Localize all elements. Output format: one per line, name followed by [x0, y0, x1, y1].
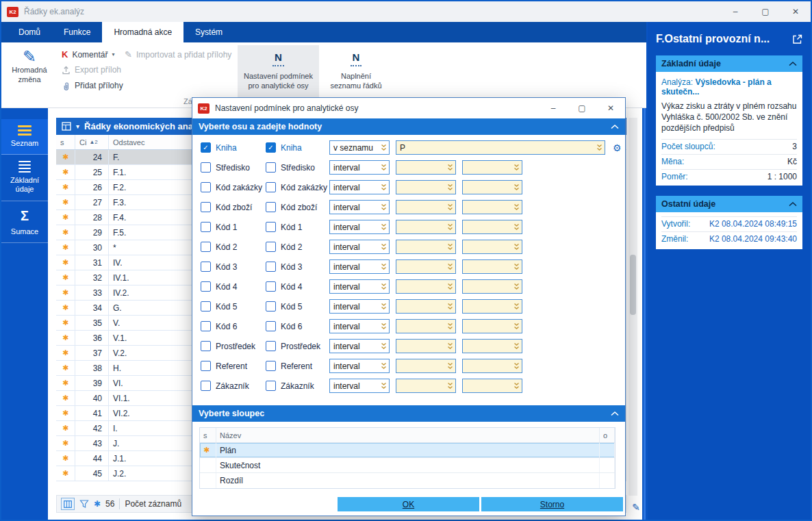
value-field-to[interactable]: [462, 319, 522, 333]
dropdown-arrows-icon[interactable]: [513, 164, 520, 172]
dropdown-arrows-icon[interactable]: [381, 144, 387, 152]
axis-checkbox[interactable]: [201, 301, 211, 312]
operator-combo[interactable]: interval: [329, 200, 390, 214]
column-row[interactable]: Skutečnost: [200, 458, 615, 473]
operator-combo[interactable]: interval: [329, 339, 390, 353]
dropdown-arrows-icon[interactable]: [513, 382, 520, 390]
dropdown-arrows-icon[interactable]: [513, 263, 520, 271]
value-field-to[interactable]: [462, 200, 522, 214]
value-field-from[interactable]: [396, 240, 456, 254]
column-row[interactable]: Rozdíl: [200, 473, 615, 488]
dropdown-arrows-icon[interactable]: [447, 283, 453, 291]
value-field-to[interactable]: [462, 299, 522, 314]
dropdown-arrows-icon[interactable]: [447, 322, 453, 331]
section-header[interactable]: Ostatní údaje: [656, 196, 802, 212]
operator-combo[interactable]: interval: [329, 279, 390, 294]
dialog-close-button[interactable]: ✕: [596, 98, 625, 118]
column-header-ci[interactable]: Ci▲2: [75, 135, 109, 149]
dropdown-arrows-icon[interactable]: [381, 203, 387, 212]
tab-domu[interactable]: Domů: [7, 22, 52, 42]
open-external-icon[interactable]: [792, 34, 802, 45]
operator-combo[interactable]: v seznamu: [329, 140, 390, 155]
dropdown-arrows-icon[interactable]: [381, 303, 387, 311]
dropdown-arrows-icon[interactable]: [381, 362, 387, 370]
dropdown-arrows-icon[interactable]: [381, 183, 387, 192]
axis-checkbox[interactable]: [266, 321, 276, 331]
set-conditions-button[interactable]: N Nastavení podmínek pro analytické osy: [238, 45, 319, 103]
operator-combo[interactable]: interval: [329, 359, 390, 373]
dropdown-arrows-icon[interactable]: [513, 303, 520, 311]
operator-combo[interactable]: interval: [329, 180, 390, 194]
value-field-to[interactable]: [462, 240, 522, 254]
sidebar-item-sumace[interactable]: Σ Sumace: [1, 201, 48, 243]
columns-setup-icon[interactable]: [61, 498, 75, 510]
sidebar-item-zakladni-udaje[interactable]: Základní údaje: [1, 155, 48, 201]
snowflake-icon[interactable]: ✱: [94, 499, 101, 509]
section-header[interactable]: Základní údaje: [656, 55, 802, 72]
panel-splitter[interactable]: [644, 108, 646, 520]
axis-checkbox[interactable]: [266, 381, 276, 391]
axis-checkbox[interactable]: [201, 222, 211, 232]
axis-checkbox[interactable]: [201, 242, 211, 252]
dropdown-arrows-icon[interactable]: [381, 382, 387, 390]
dropdown-arrows-icon[interactable]: [381, 283, 387, 291]
close-button[interactable]: ✕: [781, 1, 811, 22]
dropdown-arrows-icon[interactable]: [381, 243, 387, 251]
column-section-header[interactable]: Vyberte sloupec: [192, 405, 625, 422]
cancel-button[interactable]: Storno: [481, 497, 623, 511]
dropdown-arrows-icon[interactable]: [447, 263, 453, 271]
value-field-from[interactable]: [396, 299, 456, 314]
value-field-from[interactable]: [396, 379, 456, 393]
ok-button[interactable]: OK: [338, 497, 479, 511]
dialog-maximize-button[interactable]: ▢: [568, 98, 596, 118]
dropdown-arrows-icon[interactable]: [381, 223, 387, 231]
chevron-up-icon[interactable]: [789, 61, 797, 66]
dropdown-arrows-icon[interactable]: [447, 303, 453, 311]
dropdown-arrows-icon[interactable]: [513, 203, 520, 212]
value-field-from[interactable]: [396, 160, 456, 175]
filter-icon[interactable]: [79, 499, 89, 509]
axis-checkbox[interactable]: [201, 262, 211, 272]
edit-pencil-icon[interactable]: ✎: [632, 502, 640, 513]
import-add-attachments-button[interactable]: ✎ Importovat a přidat přílohy: [125, 49, 231, 60]
dropdown-arrows-icon[interactable]: [447, 362, 453, 370]
sidebar-item-seznam[interactable]: Seznam: [1, 119, 48, 155]
add-attachments-button[interactable]: Přidat přílohy: [62, 81, 123, 90]
operator-combo[interactable]: interval: [329, 299, 390, 314]
dropdown-arrows-icon[interactable]: [513, 223, 520, 231]
axis-checkbox[interactable]: [201, 321, 211, 331]
dropdown-arrows-icon[interactable]: [447, 164, 453, 172]
dropdown-arrows-icon[interactable]: [513, 322, 520, 331]
tab-system[interactable]: Systém: [183, 22, 234, 42]
value-field-to[interactable]: [462, 220, 522, 234]
value-field-from[interactable]: [396, 279, 456, 294]
operator-combo[interactable]: interval: [329, 319, 390, 333]
axis-checkbox[interactable]: [266, 242, 276, 252]
axis-checkbox[interactable]: ✓: [266, 142, 276, 153]
minimize-button[interactable]: –: [720, 1, 750, 22]
operator-combo[interactable]: interval: [329, 220, 390, 234]
tab-hromadna-akce[interactable]: Hromadná akce: [102, 22, 183, 42]
dropdown-arrows-icon[interactable]: [381, 342, 387, 351]
axes-section-header[interactable]: Vyberte osu a zadejte hodnoty: [192, 118, 625, 135]
chevron-down-icon[interactable]: ▾: [76, 123, 79, 130]
operator-combo[interactable]: interval: [329, 379, 390, 393]
axis-checkbox[interactable]: [201, 361, 211, 371]
dropdown-arrows-icon[interactable]: [513, 342, 520, 351]
axis-checkbox[interactable]: [201, 162, 211, 173]
tab-funkce[interactable]: Funkce: [52, 22, 102, 42]
axis-checkbox[interactable]: [266, 202, 276, 212]
value-field-from[interactable]: [396, 319, 456, 333]
value-field-to[interactable]: [462, 339, 522, 353]
dropdown-arrows-icon[interactable]: [447, 342, 453, 351]
dialog-minimize-button[interactable]: –: [539, 98, 568, 118]
value-field-to[interactable]: [462, 160, 522, 175]
dropdown-arrows-icon[interactable]: [447, 243, 453, 251]
dropdown-arrows-icon[interactable]: [513, 243, 520, 251]
dropdown-arrows-icon[interactable]: [513, 183, 520, 192]
column-header-s[interactable]: s: [56, 135, 75, 149]
operator-combo[interactable]: interval: [329, 160, 390, 175]
operator-combo[interactable]: interval: [329, 240, 390, 254]
axis-checkbox[interactable]: [201, 341, 211, 351]
value-field-from[interactable]: [396, 220, 456, 234]
